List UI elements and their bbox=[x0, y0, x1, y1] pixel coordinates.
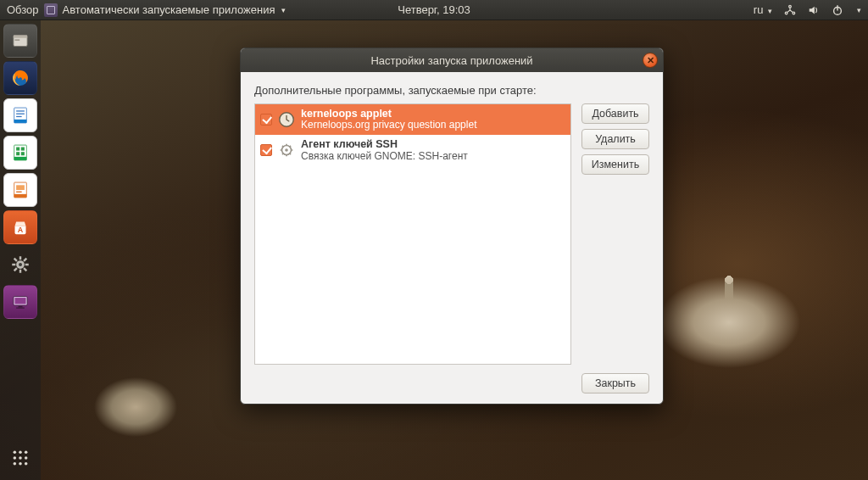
displays-app[interactable] bbox=[3, 285, 37, 319]
svg-rect-20 bbox=[16, 185, 25, 190]
close-button[interactable]: ✕ bbox=[643, 53, 658, 68]
clock-label[interactable]: Четверг, 19:03 bbox=[398, 3, 470, 16]
writer-app[interactable] bbox=[3, 98, 37, 132]
dialog-description: Дополнительные программы, запускаемые пр… bbox=[254, 84, 649, 97]
close-dialog-button[interactable]: Закрыть bbox=[581, 373, 649, 393]
svg-point-32 bbox=[25, 451, 28, 455]
svg-point-38 bbox=[25, 462, 28, 466]
add-button[interactable]: Добавить bbox=[581, 103, 649, 124]
keyboard-layout-indicator[interactable]: ru ▾ bbox=[754, 3, 772, 16]
svg-point-31 bbox=[19, 451, 22, 455]
edit-button[interactable]: Изменить bbox=[581, 154, 649, 175]
startup-applications-dialog: Настройки запуска приложений ✕ Дополните… bbox=[240, 47, 664, 405]
svg-rect-18 bbox=[14, 157, 27, 160]
item-subtitle: Kerneloops.org privacy question applet bbox=[301, 120, 476, 131]
item-checkbox[interactable] bbox=[260, 114, 272, 126]
item-name: Агент ключей SSH bbox=[301, 138, 468, 150]
remove-button[interactable]: Удалить bbox=[581, 129, 649, 149]
list-item[interactable]: Агент ключей SSH Связка ключей GNOME: SS… bbox=[255, 135, 570, 165]
svg-point-41 bbox=[285, 148, 288, 152]
chevron-down-icon: ▾ bbox=[281, 6, 286, 14]
window-app-icon bbox=[44, 3, 58, 17]
files-app[interactable] bbox=[3, 24, 37, 58]
svg-rect-14 bbox=[16, 148, 19, 151]
svg-point-36 bbox=[14, 462, 17, 466]
svg-rect-10 bbox=[16, 114, 25, 114]
svg-rect-27 bbox=[15, 298, 26, 304]
chevron-down-icon: ▾ bbox=[857, 6, 861, 14]
power-icon[interactable] bbox=[832, 4, 843, 16]
svg-rect-12 bbox=[14, 120, 27, 123]
svg-point-30 bbox=[14, 451, 17, 455]
svg-rect-21 bbox=[16, 192, 22, 193]
software-app[interactable]: A bbox=[3, 210, 37, 244]
top-bar: Обзор Автоматически запускаемые приложен… bbox=[0, 0, 868, 20]
svg-rect-9 bbox=[16, 110, 25, 111]
keys-icon bbox=[277, 141, 296, 159]
svg-rect-5 bbox=[14, 36, 27, 38]
launcher-dock: A bbox=[0, 20, 41, 480]
svg-rect-29 bbox=[16, 308, 25, 309]
dialog-title: Настройки запуска приложений bbox=[370, 54, 532, 67]
svg-point-35 bbox=[25, 456, 28, 460]
svg-point-0 bbox=[789, 5, 792, 8]
chevron-down-icon: ▾ bbox=[768, 7, 772, 15]
item-subtitle: Связка ключей GNOME: SSH-агент bbox=[301, 151, 468, 163]
impress-app[interactable] bbox=[3, 173, 37, 207]
close-icon: ✕ bbox=[647, 55, 654, 66]
list-item[interactable]: kerneloops applet Kerneloops.org privacy… bbox=[255, 104, 570, 135]
svg-rect-17 bbox=[21, 152, 25, 155]
item-checkbox[interactable] bbox=[260, 144, 272, 156]
svg-point-25 bbox=[19, 263, 22, 266]
item-name: kerneloops applet bbox=[301, 108, 476, 120]
svg-rect-11 bbox=[16, 116, 22, 117]
dialog-titlebar[interactable]: Настройки запуска приложений ✕ bbox=[241, 48, 663, 72]
app-menu-title[interactable]: Автоматически запускаемые приложения bbox=[63, 3, 275, 16]
svg-rect-22 bbox=[14, 194, 27, 198]
svg-point-37 bbox=[19, 462, 22, 466]
network-icon[interactable] bbox=[784, 4, 796, 16]
svg-point-34 bbox=[19, 456, 22, 460]
activities-button[interactable]: Обзор bbox=[7, 3, 39, 16]
svg-rect-6 bbox=[15, 39, 20, 41]
clock-icon bbox=[277, 110, 296, 129]
calc-app[interactable] bbox=[3, 136, 37, 170]
startup-items-list[interactable]: kerneloops applet Kerneloops.org privacy… bbox=[254, 103, 571, 365]
settings-app[interactable] bbox=[3, 248, 37, 282]
svg-rect-28 bbox=[19, 306, 23, 308]
svg-rect-15 bbox=[21, 148, 25, 151]
volume-icon[interactable] bbox=[808, 4, 820, 16]
show-applications-button[interactable] bbox=[3, 441, 37, 475]
svg-text:A: A bbox=[18, 226, 24, 234]
svg-rect-16 bbox=[16, 152, 19, 155]
svg-point-33 bbox=[14, 456, 17, 460]
firefox-app[interactable] bbox=[3, 61, 37, 95]
